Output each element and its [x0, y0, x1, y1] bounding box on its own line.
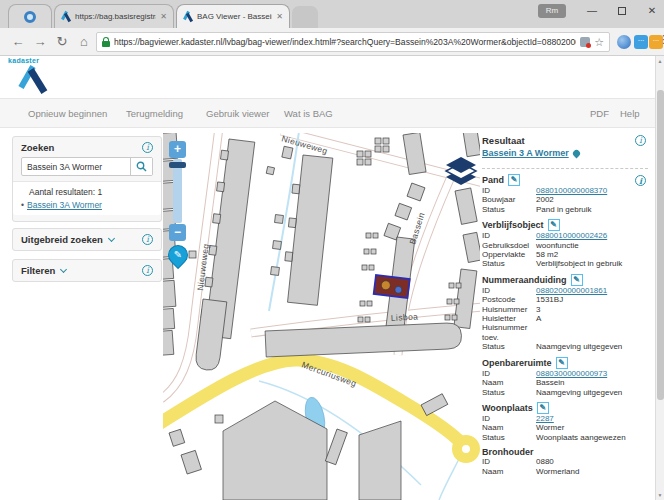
detail-value — [536, 323, 628, 342]
scrollbar-thumb[interactable] — [657, 90, 664, 400]
url-text[interactable]: https://bagviewer.kadaster.nl/lvbag/bag-… — [114, 37, 576, 47]
reload-icon[interactable]: ↻ — [52, 28, 72, 56]
detail-value: Wormer — [536, 423, 628, 432]
zoom-slider-handle[interactable] — [169, 162, 186, 168]
section-title: Openbareruimte — [482, 358, 552, 368]
nav-help[interactable]: Help — [620, 99, 640, 129]
location-pin-icon — [571, 148, 581, 158]
map-zoom-control: + − — [169, 141, 186, 241]
restore-button[interactable] — [612, 2, 632, 20]
detail-value: Woonplaats aangewezen — [536, 433, 628, 442]
search-icon — [136, 161, 147, 172]
detail-value: A — [536, 314, 628, 323]
home-icon[interactable]: ⌂ — [74, 28, 94, 56]
search-result-link[interactable]: Bassein 3A Wormer — [27, 200, 102, 210]
browser-tab-2-active[interactable]: BAG Viewer - Bassein 3A ✕ — [176, 4, 290, 28]
info-icon[interactable]: i — [635, 135, 646, 146]
result-sections: Pand✎iID0880100000008370Bouwjaar2002Stat… — [482, 174, 654, 476]
detail-value-link[interactable]: 0880010000002426 — [536, 231, 628, 240]
browser-menu-icon[interactable]: ⋮ — [658, 33, 664, 46]
nav-terugmelding[interactable]: Terugmelding — [126, 99, 183, 129]
detail-value-link[interactable]: 2287 — [536, 414, 628, 423]
info-icon[interactable]: i — [142, 234, 153, 245]
chevron-down-icon — [108, 235, 115, 242]
plugin-blocked-icon[interactable] — [580, 37, 590, 47]
filter-panel[interactable]: Filteren i — [12, 259, 162, 282]
bookmark-star-icon[interactable]: ☆ — [594, 36, 604, 49]
detail-label: Status — [482, 259, 536, 268]
detail-row: ID0880300000000973 — [482, 369, 654, 378]
detail-row: NaamWormer — [482, 423, 654, 432]
close-button[interactable]: ✕ — [642, 2, 662, 20]
search-input[interactable] — [22, 158, 130, 175]
extension-globe-icon[interactable] — [617, 35, 631, 49]
detail-value: 2002 — [536, 195, 628, 204]
tab-title: BAG Viewer - Bassein 3A — [197, 12, 272, 21]
minimize-button[interactable]: — — [582, 2, 602, 20]
result-main-link[interactable]: Bassein 3 A Wormer — [482, 148, 569, 158]
advanced-search-panel[interactable]: Uitgebreid zoeken i — [12, 228, 162, 251]
edit-pencil-icon[interactable]: ✎ — [548, 219, 560, 231]
extension-chat-icon[interactable] — [634, 35, 648, 49]
map-canvas[interactable]: Nieuweweg Nieuweweg Bassein Lisboa Mercu… — [163, 133, 480, 500]
forward-icon[interactable]: → — [30, 28, 50, 56]
nav-gebruik-viewer[interactable]: Gebruik viewer — [206, 99, 269, 129]
section-title: Pand — [482, 175, 504, 185]
zoom-out-button[interactable]: − — [169, 224, 186, 241]
nav-pdf[interactable]: PDF — [590, 99, 609, 129]
edit-pencil-icon[interactable]: ✎ — [508, 174, 520, 186]
detail-value-link[interactable]: 0880100000008370 — [536, 186, 628, 195]
map-svg: Nieuweweg Nieuweweg Bassein Lisboa Mercu… — [163, 133, 480, 500]
scroll-up-arrow[interactable]: ▲ — [656, 58, 664, 64]
bullet: • — [21, 200, 24, 210]
selected-building[interactable] — [374, 275, 410, 298]
detail-row: ID0880010000002426 — [482, 231, 654, 240]
browser-window: https://bag.basisregistrat ✕ BAG Viewer … — [0, 0, 664, 500]
detail-label: Naam — [482, 423, 536, 432]
browser-toolbar: ← → ↻ ⌂ https://bagviewer.kadaster.nl/lv… — [0, 28, 664, 56]
detail-row: ID0880 — [482, 457, 654, 466]
edit-pencil-icon[interactable]: ✎ — [556, 357, 568, 369]
detail-label: Status — [482, 205, 536, 214]
detail-label: ID — [482, 186, 536, 195]
zoom-slider[interactable] — [173, 159, 182, 223]
advanced-search-label: Uitgebreid zoeken — [21, 234, 103, 245]
nav-opnieuw-beginnen[interactable]: Opnieuw beginnen — [28, 99, 107, 129]
edit-pencil-icon[interactable]: ✎ — [537, 402, 549, 414]
detail-value-link[interactable]: 0880200000001861 — [536, 286, 628, 295]
result-panel: Resultaat i Bassein 3 A Wormer Pand✎iID0… — [482, 135, 654, 476]
info-icon[interactable]: i — [635, 175, 646, 186]
search-button[interactable] — [130, 158, 152, 175]
detail-value: Bassein — [536, 378, 628, 387]
nav-wat-is-bag[interactable]: Wat is BAG — [284, 99, 333, 129]
info-icon[interactable]: i — [142, 142, 153, 153]
detail-label: ID — [482, 457, 536, 466]
chevron-down-icon — [60, 266, 67, 273]
back-icon[interactable]: ← — [8, 28, 28, 56]
pinned-tab[interactable] — [8, 4, 52, 28]
detail-value-link[interactable]: 0880300000000973 — [536, 369, 628, 378]
detail-value: Verblijfsobject in gebruik — [536, 259, 628, 268]
tab-close-icon[interactable]: ✕ — [276, 12, 283, 21]
detail-label: Huisnummer — [482, 305, 536, 314]
scroll-down-arrow[interactable]: ▼ — [656, 492, 664, 498]
tab-close-icon[interactable]: ✕ — [160, 12, 167, 21]
detail-row: Huisnummer toev. — [482, 323, 654, 342]
kadaster-favicon — [61, 11, 71, 22]
detail-label: Bouwjaar — [482, 195, 536, 204]
edit-pencil-icon[interactable]: ✎ — [571, 274, 583, 286]
browser-scrollbar[interactable]: ▲ ▼ — [655, 56, 664, 500]
layers-icon[interactable] — [444, 155, 478, 191]
address-bar[interactable]: https://bagviewer.kadaster.nl/lvbag/bag-… — [96, 32, 610, 52]
browser-tab-1[interactable]: https://bag.basisregistrat ✕ — [54, 4, 174, 28]
new-tab-button[interactable] — [292, 6, 318, 28]
info-icon[interactable]: i — [142, 265, 153, 276]
divider — [482, 168, 648, 169]
detail-row: StatusNaamgeving uitgegeven — [482, 342, 654, 351]
result-section-openbareruimte: Openbareruimte✎ID0880300000000973NaamBas… — [482, 357, 654, 397]
recording-badge: Rm — [538, 4, 566, 18]
result-section-pand: Pand✎iID0880100000008370Bouwjaar2002Stat… — [482, 174, 654, 214]
detail-row: StatusWoonplaats aangewezen — [482, 433, 654, 442]
detail-value: woonfunctie — [536, 241, 628, 250]
zoom-in-button[interactable]: + — [169, 141, 186, 158]
